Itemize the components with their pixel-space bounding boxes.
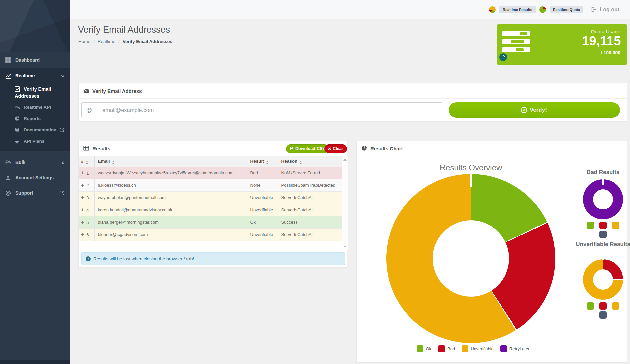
table-row[interactable]: +3wayne.phelan@puntersouthall.comUnverif…: [79, 191, 342, 204]
sidebar-item-support[interactable]: Support: [0, 185, 70, 201]
breadcrumb-current: Verify Email Addresses: [123, 39, 172, 44]
external-link-icon: [59, 191, 65, 196]
sidebar: Dashboard Realtime Verify Email Addresse…: [0, 0, 70, 364]
realtime-results-badge[interactable]: Realtime Results: [499, 6, 536, 13]
table-row[interactable]: +4karen.kendall@quantumadvisory.co.ukUnv…: [79, 204, 342, 216]
chevron-left-icon: [61, 160, 65, 166]
legend-label: Ok: [426, 346, 431, 351]
realtime-quota-badge[interactable]: Realtime Quota: [550, 6, 584, 13]
check-square-icon: [521, 107, 527, 113]
row-reason: Success: [278, 216, 342, 228]
sidebar-item-account-settings[interactable]: Account Settings: [0, 170, 70, 185]
column-header-email[interactable]: Email: [94, 156, 247, 167]
row-reason: ServerIsCatchAll: [278, 228, 342, 241]
sidebar-logo-area: [0, 0, 70, 52]
star-icon: ★: [15, 139, 21, 144]
breadcrumb-realtime[interactable]: Realtime: [98, 39, 115, 44]
legend-swatch[interactable]: [612, 302, 619, 310]
legend-swatch[interactable]: [599, 311, 607, 319]
pie-chart-icon: [15, 116, 21, 121]
envelope-icon: [83, 88, 89, 94]
bad-results-legend: [575, 222, 630, 238]
row-num: 3: [86, 195, 89, 200]
legend-swatch[interactable]: [599, 222, 607, 229]
table-row[interactable]: +2s.kloess@kloess.chNonePossibleSpamTrap…: [79, 179, 342, 191]
sidebar-item-reports[interactable]: Reports: [0, 113, 70, 124]
sidebar-item-documentation[interactable]: Documentation: [0, 124, 70, 136]
legend-swatch: [462, 345, 468, 352]
table-row[interactable]: +5diana.perger@morningstar.comOkSuccess: [79, 216, 342, 228]
sort-icon: [86, 161, 88, 164]
row-result: None: [247, 179, 278, 191]
expand-row-icon[interactable]: +: [81, 207, 84, 213]
verify-button-label: Verify!: [530, 107, 547, 113]
verify-panel-body: @ Verify!: [79, 99, 627, 121]
row-num-cell: +3: [79, 191, 94, 204]
legend-item[interactable]: Bad: [438, 345, 455, 352]
sidebar-item-realtime-api[interactable]: Realtime API: [0, 102, 70, 113]
row-email: diana.perger@morningstar.com: [94, 216, 247, 228]
unverifiable-results-donut: [583, 259, 623, 300]
sidebar-item-realtime[interactable]: Realtime: [0, 68, 70, 83]
column-header-result[interactable]: Result: [247, 156, 278, 167]
chart-panel-title: Results Chart: [370, 146, 403, 151]
expand-row-icon[interactable]: +: [81, 232, 84, 237]
sidebar-item-verify-email-addresses[interactable]: Verify Email Addresses: [0, 83, 70, 102]
legend-item[interactable]: RetryLater: [500, 345, 530, 352]
row-reason: PossibleSpamTrapDetected: [278, 179, 342, 191]
legend-swatch[interactable]: [599, 302, 607, 310]
sidebar-item-dashboard[interactable]: Dashboard: [0, 52, 70, 68]
legend-label: Unverifiable: [471, 346, 494, 351]
row-email: blenner@icgadvisors.com: [94, 228, 247, 241]
row-email: wayne.phelan@puntersouthall.com: [94, 191, 247, 204]
expand-row-icon[interactable]: +: [81, 195, 84, 200]
expand-row-icon[interactable]: +: [81, 170, 84, 176]
bad-results-donut: [583, 179, 623, 219]
sidebar-footer-strip: [0, 360, 70, 364]
logout-button[interactable]: Log out: [591, 7, 619, 13]
verify-panel-title: Verify Email Address: [92, 88, 142, 94]
email-input-group: @: [81, 102, 442, 118]
legend-item[interactable]: Ok: [417, 345, 431, 352]
results-panel: Results Download CSV ✖ Clear # Email Res…: [78, 141, 347, 267]
column-header-num[interactable]: #: [79, 156, 94, 167]
expand-row-icon[interactable]: +: [81, 219, 84, 225]
save-icon: [290, 147, 294, 151]
breadcrumb: Home / Realtime / Verify Email Addresses: [78, 39, 172, 44]
expand-row-icon[interactable]: +: [81, 182, 84, 188]
realtime-results-pie-icon: [489, 6, 496, 13]
column-header-reason[interactable]: Reason: [278, 156, 342, 167]
sort-icon: [112, 161, 115, 164]
app-root: Dashboard Realtime Verify Email Addresse…: [0, 0, 630, 364]
row-reason: NoMxServersFound: [278, 167, 342, 179]
scroll-down-icon[interactable]: [343, 246, 347, 248]
legend-swatch[interactable]: [599, 231, 607, 238]
row-num-cell: +6: [79, 228, 94, 241]
legend-swatch[interactable]: [612, 222, 619, 229]
sidebar-item-bulk[interactable]: Bulk: [0, 155, 70, 170]
sort-icon: [266, 161, 269, 164]
legend-swatch[interactable]: [587, 222, 594, 229]
external-link-icon: [59, 127, 65, 132]
results-panel-title: Results: [92, 146, 110, 151]
scroll-up-icon[interactable]: [343, 159, 347, 161]
sidebar-item-api-plans[interactable]: ★API Plans: [0, 136, 70, 147]
email-input[interactable]: [97, 103, 442, 118]
sidebar-item-label: Reports: [24, 116, 41, 121]
info-icon: i: [86, 256, 91, 261]
table-row[interactable]: +6blenner@icgadvisors.comUnverifiableSer…: [79, 228, 342, 241]
table-header-row: # Email Result Reason: [79, 156, 342, 167]
table-scrollbar[interactable]: [342, 156, 348, 250]
legend-swatch: [438, 345, 445, 352]
at-icon: @: [82, 103, 97, 118]
legend-item[interactable]: Unverifiable: [462, 345, 494, 352]
sidebar-item-label: Dashboard: [15, 57, 40, 63]
legend-swatch[interactable]: [587, 302, 594, 310]
verify-button[interactable]: Verify!: [449, 102, 620, 118]
book-icon: [15, 127, 21, 133]
download-csv-button[interactable]: Download CSV: [286, 144, 329, 153]
table-row[interactable]: +1waezsrdvgnjmlWezxtcybnjomplwz5rextcy7v…: [79, 167, 342, 179]
breadcrumb-home[interactable]: Home: [78, 39, 90, 44]
clear-button[interactable]: ✖ Clear: [324, 144, 347, 153]
refresh-quota-button[interactable]: [499, 53, 507, 61]
